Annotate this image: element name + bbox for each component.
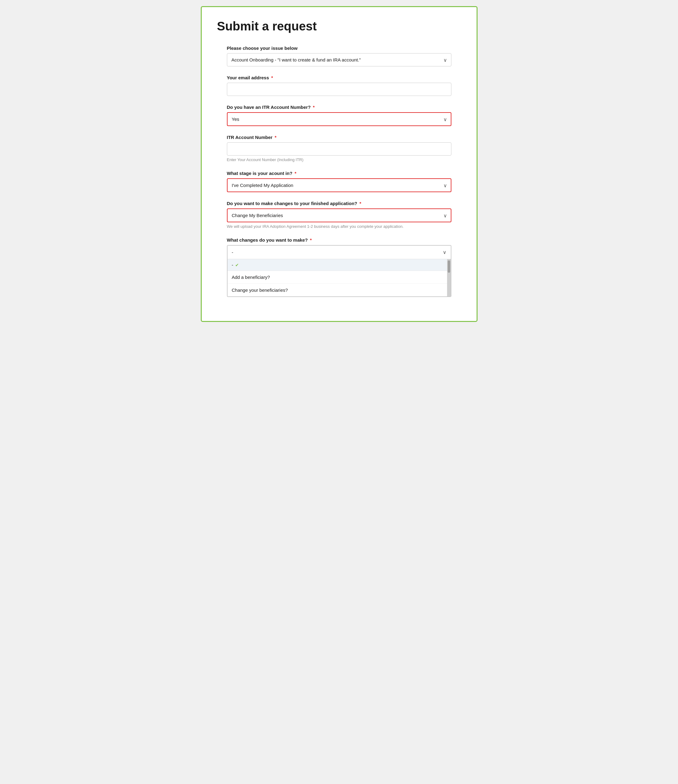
changes-group: Do you want to make changes to your fini… — [227, 201, 451, 229]
itr-account-group: Do you have an ITR Account Number? * Yes — [227, 104, 451, 126]
email-input[interactable] — [227, 83, 451, 96]
what-changes-label: What changes do you want to make? * — [227, 237, 451, 243]
dropdown-scroll-area: - ✔ Add a beneficiary? Change your benef… — [227, 259, 447, 296]
issue-select-wrapper[interactable]: Account Onboarding - "I want to create &… — [227, 53, 451, 67]
scrollbar-thumb[interactable] — [448, 260, 450, 273]
page-wrapper: Submit a request Please choose your issu… — [201, 6, 477, 322]
changes-label: Do you want to make changes to your fini… — [227, 201, 451, 206]
form-section: Please choose your issue below Account O… — [227, 45, 451, 297]
account-number-hint: Enter Your Account Number (Including ITR… — [227, 157, 451, 162]
itr-account-required: * — [313, 104, 314, 110]
what-changes-dropdown[interactable]: - ∨ - ✔ Add a — [227, 245, 451, 297]
what-changes-group: What changes do you want to make? * - ∨ … — [227, 237, 451, 297]
itr-account-label: Do you have an ITR Account Number? * — [227, 104, 451, 110]
issue-select[interactable]: Account Onboarding - "I want to create &… — [227, 53, 451, 67]
dropdown-selected-item[interactable]: - ✔ — [227, 259, 447, 271]
account-number-required: * — [275, 135, 277, 140]
email-group: Your email address * — [227, 75, 451, 96]
account-number-label: ITR Account Number * — [227, 135, 451, 140]
stage-group: What stage is your acount in? * I've Com… — [227, 171, 451, 192]
stage-required: * — [295, 171, 296, 176]
dropdown-list: - ✔ Add a beneficiary? Change your benef… — [227, 259, 451, 296]
itr-account-select-wrapper[interactable]: Yes — [227, 112, 451, 126]
dropdown-selected-dash: - — [232, 262, 233, 268]
email-label: Your email address * — [227, 75, 451, 80]
dropdown-current-value: - — [232, 250, 233, 255]
stage-select-wrapper[interactable]: I've Completed My Application — [227, 178, 451, 192]
dropdown-chevron-icon: ∨ — [443, 249, 446, 255]
page-title: Submit a request — [217, 19, 461, 33]
itr-account-select[interactable]: Yes — [227, 112, 451, 126]
what-changes-required: * — [310, 237, 312, 243]
changes-required: * — [359, 201, 361, 206]
dropdown-item-0[interactable]: Add a beneficiary? — [227, 271, 447, 284]
issue-label: Please choose your issue below — [227, 45, 451, 51]
scrollbar-track[interactable] — [447, 259, 451, 296]
dropdown-header[interactable]: - ∨ — [227, 246, 451, 259]
changes-select-wrapper[interactable]: Change My Beneficiaries — [227, 208, 451, 222]
dropdown-item-1[interactable]: Change your beneficiaries? — [227, 284, 447, 296]
check-icon: ✔ — [235, 263, 239, 268]
account-number-input[interactable] — [227, 142, 451, 156]
account-number-group: ITR Account Number * Enter Your Account … — [227, 135, 451, 162]
stage-select[interactable]: I've Completed My Application — [227, 178, 451, 192]
issue-group: Please choose your issue below Account O… — [227, 45, 451, 67]
upload-note: We will upload your IRA Adoption Agreeme… — [227, 224, 451, 229]
email-required: * — [271, 75, 273, 80]
changes-select[interactable]: Change My Beneficiaries — [227, 208, 451, 222]
stage-label: What stage is your acount in? * — [227, 171, 451, 176]
